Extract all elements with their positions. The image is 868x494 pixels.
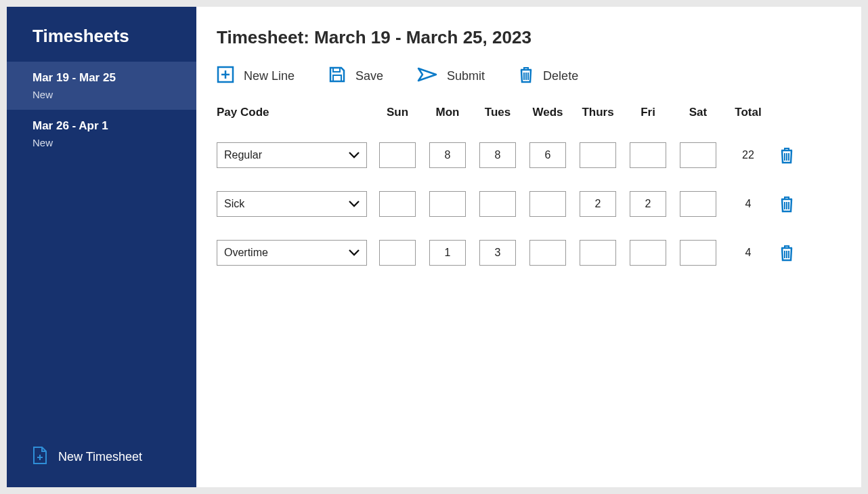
sidebar-item-range: Mar 26 - Apr 1 (32, 119, 196, 133)
row-total: 22 (723, 149, 773, 161)
new-timesheet-label: New Timesheet (58, 450, 142, 464)
sidebar-item-range: Mar 19 - Mar 25 (32, 71, 196, 85)
page-title: Timesheet: March 19 - March 25, 2023 (217, 27, 848, 48)
app-root: Timesheets Mar 19 - Mar 25 New Mar 26 - … (7, 7, 861, 487)
hours-input-weds[interactable] (529, 240, 566, 266)
timesheet-grid: Pay Code Sun Mon Tues Weds Thurs Fri Sat… (217, 106, 848, 266)
hours-input-sat[interactable] (680, 191, 716, 217)
save-button[interactable]: Save (328, 66, 383, 87)
submit-label: Submit (447, 69, 485, 83)
sidebar-title: Timesheets (7, 7, 196, 62)
sidebar-item-mar26[interactable]: Mar 26 - Apr 1 New (7, 110, 196, 158)
col-sat: Sat (673, 106, 723, 119)
hours-input-fri[interactable] (630, 240, 666, 266)
new-timesheet-button[interactable]: New Timesheet (7, 430, 196, 487)
sidebar-item-status: New (32, 137, 196, 148)
hours-input-tues[interactable] (479, 240, 516, 266)
save-label: Save (355, 69, 383, 83)
paycode-select[interactable]: Regular (217, 142, 367, 168)
toolbar: New Line Save Submit (217, 66, 848, 87)
send-icon (417, 67, 437, 85)
main-panel: Timesheet: March 19 - March 25, 2023 New… (196, 7, 861, 487)
new-line-button[interactable]: New Line (217, 66, 295, 87)
trash-icon (519, 66, 534, 87)
hours-input-mon[interactable] (429, 240, 466, 266)
sidebar-item-mar19[interactable]: Mar 19 - Mar 25 New (7, 62, 196, 110)
svg-rect-6 (333, 75, 341, 81)
hours-input-weds[interactable] (529, 191, 566, 217)
col-total: Total (723, 106, 773, 119)
hours-input-sun[interactable] (379, 142, 416, 168)
hours-input-fri[interactable] (630, 191, 666, 217)
hours-input-sat[interactable] (680, 240, 716, 266)
hours-input-mon[interactable] (429, 191, 466, 217)
hours-input-thurs[interactable] (580, 142, 616, 168)
svg-rect-5 (333, 68, 340, 72)
hours-input-fri[interactable] (630, 142, 666, 168)
save-icon (328, 66, 346, 87)
col-tues: Tues (473, 106, 523, 119)
submit-button[interactable]: Submit (417, 67, 485, 85)
row-total: 4 (723, 247, 773, 259)
hours-input-sat[interactable] (680, 142, 716, 168)
col-paycode: Pay Code (217, 106, 372, 119)
hours-input-sun[interactable] (379, 240, 416, 266)
paycode-value: Overtime (224, 247, 268, 259)
col-thurs: Thurs (573, 106, 623, 119)
hours-input-mon[interactable] (429, 142, 466, 168)
delete-label: Delete (543, 69, 578, 83)
col-fri: Fri (623, 106, 673, 119)
sidebar: Timesheets Mar 19 - Mar 25 New Mar 26 - … (7, 7, 196, 487)
delete-button[interactable]: Delete (519, 66, 578, 87)
delete-row-button[interactable] (773, 146, 800, 164)
chevron-down-icon (349, 198, 360, 210)
hours-input-thurs[interactable] (580, 191, 616, 217)
chevron-down-icon (349, 247, 360, 259)
paycode-select[interactable]: Sick (217, 191, 367, 217)
paycode-value: Regular (224, 149, 262, 161)
hours-input-sun[interactable] (379, 191, 416, 217)
delete-row-button[interactable] (773, 244, 800, 262)
hours-input-tues[interactable] (479, 191, 516, 217)
col-sun: Sun (372, 106, 422, 119)
new-file-icon (32, 447, 47, 467)
hours-input-weds[interactable] (529, 142, 566, 168)
hours-input-tues[interactable] (479, 142, 516, 168)
new-line-label: New Line (244, 69, 295, 83)
col-weds: Weds (523, 106, 573, 119)
paycode-value: Sick (224, 198, 244, 210)
delete-row-button[interactable] (773, 195, 800, 213)
chevron-down-icon (349, 149, 360, 161)
sidebar-item-status: New (32, 89, 196, 100)
plus-box-icon (217, 66, 234, 87)
hours-input-thurs[interactable] (580, 240, 616, 266)
col-mon: Mon (422, 106, 473, 119)
row-total: 4 (723, 198, 773, 210)
paycode-select[interactable]: Overtime (217, 240, 367, 266)
